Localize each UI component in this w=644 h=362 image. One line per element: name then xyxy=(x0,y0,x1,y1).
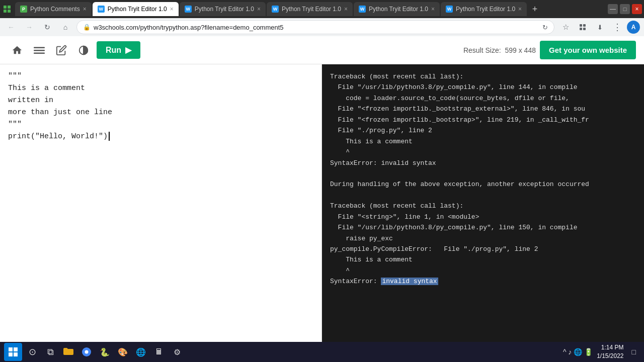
address-text: w3schools.com/python/trypython.asp?filen… xyxy=(94,24,539,31)
svg-rect-9 xyxy=(34,50,45,51)
output-line-8: ^ xyxy=(330,147,636,157)
more-icon[interactable]: ⋮ xyxy=(610,20,624,34)
code-line-1: """ xyxy=(8,70,313,82)
editor-output-wrapper: """ This is a comment written in more th… xyxy=(0,64,644,342)
svg-rect-0 xyxy=(4,6,7,9)
svg-rect-10 xyxy=(34,52,45,53)
output-line-11: During handling of the above exception, … xyxy=(330,179,636,190)
run-button[interactable]: Run ▶ xyxy=(97,41,140,59)
svg-rect-1 xyxy=(8,6,11,9)
tab-bar: P Python Comments × W Python Tryit Edito… xyxy=(0,0,644,18)
taskbar-taskview-icon[interactable]: ⧉ xyxy=(42,344,58,360)
tab-favicon-3: W xyxy=(185,6,192,13)
code-line-4: more than just one line xyxy=(8,107,313,119)
code-line-3: written in xyxy=(8,95,313,107)
output-last-line: SyntaxError: invalid syntax xyxy=(330,276,636,287)
output-line-1: Traceback (most recent call last): xyxy=(330,71,636,82)
output-line-13: Traceback (most recent call last): xyxy=(330,201,636,211)
output-padding xyxy=(330,287,636,302)
output-line-14: File "<string>", line 1, in <module> xyxy=(330,212,636,222)
taskbar-calc-icon[interactable]: 🖩 xyxy=(151,344,167,360)
svg-rect-15 xyxy=(14,352,18,356)
output-line-10 xyxy=(330,168,636,179)
tab-label-5: Python Tryit Editor 1.0 xyxy=(369,6,428,13)
svg-rect-14 xyxy=(9,352,13,356)
taskbar-globe-icon[interactable]: 🌐 xyxy=(133,344,149,360)
tab-python-comments[interactable]: P Python Comments × xyxy=(15,2,92,16)
notification-icon[interactable]: □ xyxy=(632,348,636,356)
tab-label-3: Python Tryit Editor 1.0 xyxy=(195,6,254,13)
output-line-3: code = loader.source_to_code(source_byte… xyxy=(330,93,636,104)
highlighted-error: invalid syntax xyxy=(381,278,438,285)
output-line-7: This is a comment xyxy=(330,136,636,147)
nav-bar: ← → ↻ ⌂ 🔒 w3schools.com/python/trypython… xyxy=(0,18,644,36)
output-line-5: File "<frozen importlib._bootstrap>", li… xyxy=(330,115,636,125)
tab-tryit-3[interactable]: W Python Tryit Editor 1.0 × xyxy=(180,2,266,16)
taskbar-settings-icon[interactable]: ⚙ xyxy=(169,344,185,360)
tab-label-2: Python Tryit Editor 1.0 xyxy=(108,6,167,13)
svg-rect-8 xyxy=(34,47,45,48)
extensions-icon[interactable] xyxy=(576,20,590,34)
output-line-4: File "<frozen importlib._bootstrap_exter… xyxy=(330,104,636,114)
output-line-2: File "/usr/lib/python3.8/py_compile.py",… xyxy=(330,82,636,93)
taskbar-paint-icon[interactable]: 🎨 xyxy=(115,344,131,360)
forward-button[interactable]: → xyxy=(22,20,36,34)
output-line-17: py_compile.PyCompileError: File "./prog.… xyxy=(330,244,636,254)
svg-rect-6 xyxy=(580,28,582,30)
tab-tryit-2[interactable]: W Python Tryit Editor 1.0 × xyxy=(93,2,179,16)
tab-close-3[interactable]: × xyxy=(257,6,261,13)
code-editor[interactable]: """ This is a comment written in more th… xyxy=(0,64,322,342)
get-website-button[interactable]: Get your own website xyxy=(540,41,636,59)
tab-close-2[interactable]: × xyxy=(170,6,174,13)
address-bar[interactable]: 🔒 w3schools.com/python/trypython.asp?fil… xyxy=(76,20,554,34)
tab-tryit-4[interactable]: W Python Tryit Editor 1.0 × xyxy=(267,2,353,16)
text-cursor xyxy=(109,132,110,141)
svg-rect-7 xyxy=(583,28,586,30)
contrast-icon-button[interactable] xyxy=(74,41,93,59)
tab-close-1[interactable]: × xyxy=(83,6,87,13)
output-line-6: File "./prog.py", line 2 xyxy=(330,125,636,136)
taskbar-search-icon[interactable]: ⊙ xyxy=(24,344,40,360)
tab-tryit-5[interactable]: W Python Tryit Editor 1.0 × xyxy=(354,2,440,16)
profile-avatar[interactable]: A xyxy=(627,21,640,34)
new-tab-button[interactable]: + xyxy=(528,2,542,16)
taskbar: ⊙ ⧉ 🐍 🎨 🌐 🖩 ⚙ ^ ♪ 🌐 🔋 1:14 PM 1/15/2022 … xyxy=(0,342,644,362)
tab-favicon-1: P xyxy=(20,6,27,13)
home-button[interactable]: ⌂ xyxy=(58,20,72,34)
edit-icon-button[interactable] xyxy=(52,41,70,59)
maximize-button[interactable]: □ xyxy=(620,4,630,14)
run-arrow-icon: ▶ xyxy=(125,45,131,55)
svg-rect-12 xyxy=(9,347,13,351)
reload-button[interactable]: ↻ xyxy=(40,20,54,34)
tab-close-4[interactable]: × xyxy=(344,6,348,13)
tab-close-5[interactable]: × xyxy=(431,6,435,13)
close-button[interactable]: × xyxy=(632,4,642,14)
tab-favicon-4: W xyxy=(272,6,279,13)
menu-icon-button[interactable] xyxy=(30,41,48,59)
w3schools-toolbar: Run ▶ Result Size: 599 x 448 Get your ow… xyxy=(0,36,644,64)
output-line-15: File "/usr/lib/python3.8/py_compile.py",… xyxy=(330,222,636,233)
home-icon-button[interactable] xyxy=(8,41,26,59)
minimize-button[interactable]: — xyxy=(608,4,618,14)
code-line-5: """ xyxy=(8,119,313,131)
tab-label-6: Python Tryit Editor 1.0 xyxy=(456,6,515,13)
back-button[interactable]: ← xyxy=(4,20,18,34)
start-button[interactable] xyxy=(4,343,22,361)
tab-label-4: Python Tryit Editor 1.0 xyxy=(282,6,341,13)
output-line-16: raise py_exc xyxy=(330,233,636,244)
output-line-19: ^ xyxy=(330,265,636,276)
svg-rect-13 xyxy=(14,347,18,351)
taskbar-chrome-icon[interactable] xyxy=(78,344,95,360)
tab-label-1: Python Comments xyxy=(30,6,80,13)
taskbar-clock: 1:14 PM 1/15/2022 xyxy=(597,343,627,360)
tab-favicon-2: W xyxy=(98,6,105,13)
bookmark-icon[interactable]: ☆ xyxy=(558,20,573,34)
tab-favicon-5: W xyxy=(359,6,366,13)
output-line-12 xyxy=(330,190,636,201)
tab-tryit-6[interactable]: W Python Tryit Editor 1.0 × xyxy=(441,2,527,16)
output-panel: Traceback (most recent call last): File … xyxy=(322,64,644,342)
tab-close-6[interactable]: × xyxy=(518,6,522,13)
taskbar-folder-icon[interactable] xyxy=(60,344,76,360)
taskbar-python-icon[interactable]: 🐍 xyxy=(97,344,113,360)
downloads-icon[interactable]: ⬇ xyxy=(593,20,607,34)
